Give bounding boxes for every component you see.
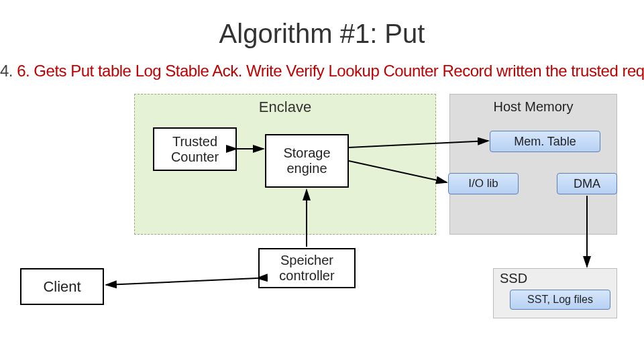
step-number: 4. bbox=[0, 62, 17, 80]
step-body: 6. Gets Put table Log Stable Ack. Write … bbox=[17, 62, 644, 80]
memtable-pill: Mem. Table bbox=[490, 131, 600, 152]
host-memory-region bbox=[449, 94, 617, 235]
dma-pill: DMA bbox=[557, 173, 617, 194]
speicher-controller-box: Speicher controller bbox=[258, 248, 356, 288]
host-memory-label: Host Memory bbox=[449, 99, 617, 115]
storage-engine-box: Storage engine bbox=[265, 134, 349, 188]
svg-line-4 bbox=[106, 278, 257, 285]
sst-log-files-pill: SST, Log files bbox=[510, 290, 610, 310]
client-box: Client bbox=[20, 268, 104, 305]
algorithm-step-text: 4. 6. Gets Put table Log Stable Ack. Wri… bbox=[0, 62, 644, 80]
trusted-counter-box: Trusted Counter bbox=[153, 127, 237, 171]
iolib-pill: I/O lib bbox=[448, 173, 519, 194]
slide-title: Algorithm #1: Put bbox=[0, 19, 644, 49]
ssd-label: SSD bbox=[500, 271, 527, 286]
enclave-label: Enclave bbox=[134, 99, 436, 116]
